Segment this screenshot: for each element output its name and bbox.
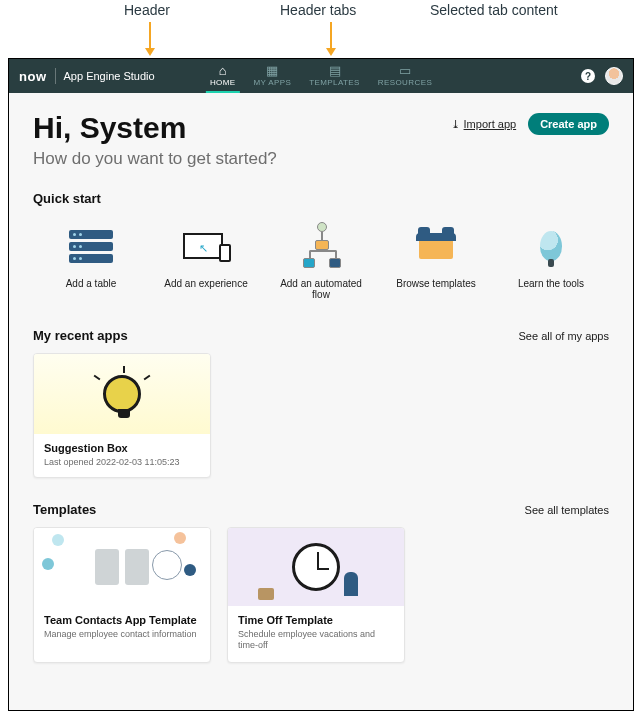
nav-tab-label: TEMPLATES xyxy=(309,78,360,87)
template-desc: Manage employee contact information xyxy=(44,629,200,640)
nav-tab-templates[interactable]: ▤ TEMPLATES xyxy=(305,59,364,93)
annotation-tabs-label: Header tabs xyxy=(280,2,356,18)
page-title: Hi, System xyxy=(33,111,277,145)
template-title: Time Off Template xyxy=(238,614,394,626)
help-icon[interactable]: ? xyxy=(581,69,595,83)
import-app-link[interactable]: ⤓ Import app xyxy=(451,118,517,131)
template-card-timeoff[interactable]: Time Off Template Schedule employee vaca… xyxy=(227,527,405,663)
home-icon: ⌂ xyxy=(219,64,227,77)
home-tab-content: Hi, System How do you want to get starte… xyxy=(9,93,633,710)
template-thumbnail xyxy=(228,528,404,606)
quick-start-learn-tools[interactable]: Learn the tools xyxy=(501,222,601,300)
quick-start-grid: Add a table ↖ Add an experience Add an a… xyxy=(33,216,609,300)
quick-start-add-flow[interactable]: Add an automated flow xyxy=(271,222,371,300)
template-title: Team Contacts App Template xyxy=(44,614,200,626)
quick-start-label: Add an automated flow xyxy=(271,278,371,300)
experience-icon: ↖ xyxy=(176,222,236,270)
resources-icon: ▭ xyxy=(399,64,411,77)
nav-tab-label: RESOURCES xyxy=(378,78,432,87)
see-all-apps-link[interactable]: See all of my apps xyxy=(519,330,610,342)
brand-logo: now xyxy=(19,69,47,84)
idea-icon xyxy=(521,222,581,270)
template-thumbnail xyxy=(34,528,210,606)
quick-start-add-experience[interactable]: ↖ Add an experience xyxy=(156,222,256,300)
template-desc: Schedule employee vacations and time-off xyxy=(238,629,394,652)
nav-tab-home[interactable]: ⌂ HOME xyxy=(206,59,240,93)
templates-heading: Templates xyxy=(33,502,96,517)
app-thumbnail xyxy=(34,354,210,434)
import-app-label: Import app xyxy=(464,118,517,130)
product-name: App Engine Studio xyxy=(64,70,155,82)
template-card-contacts[interactable]: Team Contacts App Template Manage employ… xyxy=(33,527,211,663)
app-last-opened: Last opened 2022-02-03 11:05:23 xyxy=(44,457,200,467)
quick-start-label: Browse templates xyxy=(396,278,475,289)
app-window: now App Engine Studio ⌂ HOME ▦ MY APPS ▤… xyxy=(8,58,634,711)
lightbulb-icon xyxy=(103,375,141,413)
divider xyxy=(55,68,56,84)
app-header: now App Engine Studio ⌂ HOME ▦ MY APPS ▤… xyxy=(9,59,633,93)
app-title: Suggestion Box xyxy=(44,442,200,454)
quick-start-add-table[interactable]: Add a table xyxy=(41,222,141,300)
recent-app-card[interactable]: Suggestion Box Last opened 2022-02-03 11… xyxy=(33,353,211,478)
quick-start-label: Learn the tools xyxy=(518,278,584,289)
annotation-content-label: Selected tab content xyxy=(430,2,558,18)
nav-tab-resources[interactable]: ▭ RESOURCES xyxy=(374,59,436,93)
download-icon: ⤓ xyxy=(451,118,460,131)
annotation-arrow-icon xyxy=(149,22,151,54)
page-subtitle: How do you want to get started? xyxy=(33,149,277,169)
nav-tabs: ⌂ HOME ▦ MY APPS ▤ TEMPLATES ▭ RESOURCES xyxy=(206,59,436,93)
see-all-templates-link[interactable]: See all templates xyxy=(525,504,609,516)
annotation-header-label: Header xyxy=(124,2,170,18)
templates-icon: ▤ xyxy=(329,64,341,77)
box-icon xyxy=(406,222,466,270)
annotation-arrow-icon xyxy=(330,22,332,54)
apps-icon: ▦ xyxy=(266,64,278,77)
nav-tab-label: MY APPS xyxy=(253,78,291,87)
flow-icon xyxy=(291,222,351,270)
quick-start-heading: Quick start xyxy=(33,191,609,206)
create-app-button[interactable]: Create app xyxy=(528,113,609,135)
recent-apps-heading: My recent apps xyxy=(33,328,128,343)
quick-start-browse-templates[interactable]: Browse templates xyxy=(386,222,486,300)
table-icon xyxy=(61,222,121,270)
nav-tab-myapps[interactable]: ▦ MY APPS xyxy=(249,59,295,93)
avatar[interactable] xyxy=(605,67,623,85)
quick-start-label: Add a table xyxy=(66,278,117,289)
quick-start-label: Add an experience xyxy=(164,278,247,289)
nav-tab-label: HOME xyxy=(210,78,236,87)
